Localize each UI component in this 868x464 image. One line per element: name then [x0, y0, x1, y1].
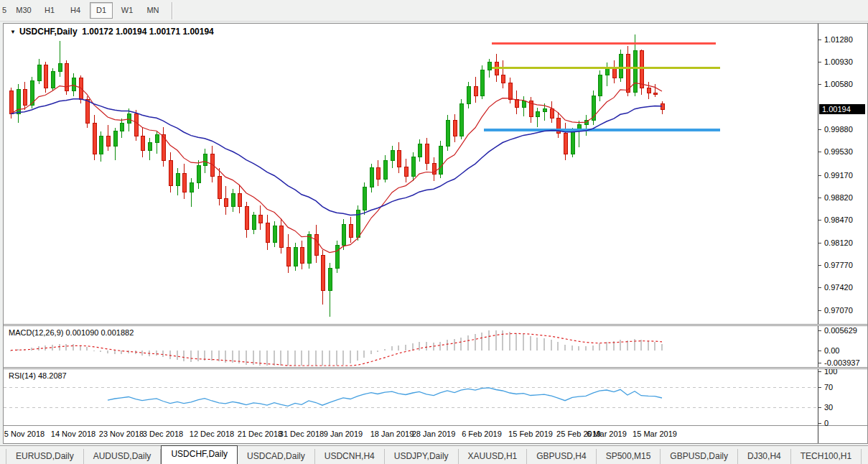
rsi-indicator-label: RSI(14) 48.2087 — [9, 371, 67, 380]
price-axis-label-tick — [818, 84, 821, 85]
date-axis-label: 9 Jan 2019 — [324, 430, 363, 438]
tab-sp500-m15[interactable]: SP500,M15 — [597, 449, 661, 464]
tab-tech100-h1[interactable]: TECH100,H1 — [791, 449, 862, 464]
price-axis-label: 1.00930 — [824, 57, 853, 66]
price-axis-label: 0.99530 — [824, 147, 853, 156]
date-axis[interactable]: 5 Nov 201814 Nov 201823 Nov 20183 Dec 20… — [4, 425, 867, 443]
price-axis-label-tick — [818, 265, 821, 266]
rsi-value: 48.2087 — [38, 371, 67, 380]
tab-xauusd-h1[interactable]: XAUUSD,H1 — [459, 449, 528, 464]
date-axis-label: 15 Mar 2019 — [633, 430, 677, 438]
date-axis-label: 3 Dec 2018 — [143, 430, 183, 438]
timeframe-button-m30[interactable]: M30 — [12, 2, 35, 19]
symbol-dropdown-icon[interactable]: ▼ — [10, 29, 16, 35]
tab-gbpusd-h4[interactable]: GBPUSD,H4 — [527, 449, 596, 464]
timeframe-button-h1[interactable]: H1 — [38, 2, 61, 19]
date-axis-label: 6 Feb 2019 — [462, 430, 502, 438]
timeframe-button-5[interactable]: 5 — [0, 2, 9, 19]
price-axis-label-tick — [818, 175, 821, 176]
price-axis-label-tick — [818, 287, 821, 288]
price-axis-label: 0.97070 — [824, 306, 853, 315]
date-axis-label: 18 Jan 2019 — [370, 430, 414, 438]
tab-usdcnh-h4[interactable]: USDCNH,H4 — [315, 449, 385, 464]
date-axis-label: 14 Nov 2018 — [51, 430, 95, 438]
price-axis-label-tick — [818, 220, 821, 221]
date-axis-label: 21 Dec 2018 — [238, 430, 282, 438]
rsi-axis-label-tick — [818, 371, 821, 372]
macd-axis-label: -0.003937 — [824, 358, 860, 367]
tab-gbpusd-daily[interactable]: GBPUSD,Daily — [661, 449, 738, 464]
price-axis-label: 0.97770 — [824, 261, 853, 269]
panel-divider[interactable] — [4, 367, 867, 369]
price-chart-canvas[interactable] — [4, 24, 818, 324]
chart-ohlc-values: 1.00172 1.00194 1.00171 1.00194 — [82, 27, 214, 37]
price-axis-label-tick — [818, 40, 821, 40]
date-axis-label: 28 Jan 2019 — [412, 430, 456, 438]
price-axis-label: 0.98470 — [824, 215, 853, 224]
price-axis-label: 0.99880 — [824, 125, 853, 134]
price-axis-label-tick — [818, 198, 821, 198]
chart-symbol-label: USDCHF,Daily — [19, 27, 78, 37]
macd-values: 0.001090 0.001882 — [65, 328, 134, 337]
date-axis-label: 12 Dec 2018 — [190, 430, 234, 438]
rsi-chart-canvas[interactable] — [4, 369, 818, 425]
date-axis-label: 6 Mar 2019 — [587, 430, 627, 438]
date-axis-label: 31 Dec 2018 — [279, 430, 324, 438]
price-axis-label-tick — [818, 152, 821, 152]
price-axis-label: 0.98820 — [824, 193, 853, 202]
rsi-axis-label: 70 — [824, 383, 833, 391]
price-axis-label-tick — [818, 310, 821, 311]
price-axis-label: 1.01280 — [824, 35, 853, 44]
price-axis-label: 0.97420 — [824, 283, 853, 292]
rsi-axis-label-tick — [818, 423, 821, 424]
rsi-line — [108, 388, 662, 407]
tab-audusd-daily[interactable]: AUDUSD,Daily — [84, 449, 162, 464]
current-price-tag: 1.00194 — [819, 104, 865, 114]
price-axis[interactable]: 1.012801.009301.005800.998800.995300.991… — [818, 24, 867, 443]
macd-axis-label: 0.005629 — [824, 326, 857, 335]
price-axis-label: 0.98120 — [824, 238, 853, 247]
price-axis-label-tick — [818, 62, 821, 62]
candles-group — [9, 34, 664, 316]
timeframe-button-w1[interactable]: W1 — [116, 2, 139, 19]
tab-dj30-h4[interactable]: DJ30,H4 — [738, 449, 791, 464]
tab-eurusd-daily[interactable]: EURUSD,Daily — [6, 449, 84, 464]
tab-usdchf-daily[interactable]: USDCHF,Daily — [161, 445, 238, 464]
ma-slow-line[interactable] — [11, 99, 662, 215]
rsi-axis-label: 30 — [824, 403, 833, 412]
toolbar-separator — [172, 2, 173, 19]
macd-axis-label: 0.00 — [824, 346, 839, 355]
rsi-axis-label-tick — [818, 407, 821, 408]
chart-title: ▼USDCHF,Daily 1.00172 1.00194 1.00171 1.… — [10, 27, 214, 37]
macd-name: MACD(12,26,9) — [9, 328, 63, 337]
price-axis-label: 1.00580 — [824, 80, 853, 88]
date-axis-label: 23 Nov 2018 — [99, 430, 144, 438]
tab-ukc[interactable]: UKC — [862, 449, 868, 464]
price-axis-label: 0.99170 — [824, 171, 853, 180]
chart-window: ▼USDCHF,Daily 1.00172 1.00194 1.00171 1.… — [3, 23, 868, 444]
rsi-axis-label-tick — [818, 387, 821, 388]
symbol-tabbar: EURUSD,DailyAUDUSD,DailyUSDCHF,DailyUSDC… — [0, 445, 868, 464]
price-axis-label-tick — [818, 129, 821, 130]
date-axis-label: 5 Nov 2018 — [4, 430, 45, 438]
timeframe-button-mn[interactable]: MN — [141, 2, 164, 19]
tab-usdcad-daily[interactable]: USDCAD,Daily — [238, 449, 315, 464]
macd-axis-label-tick — [818, 363, 821, 363]
rsi-axis-label: 0 — [824, 419, 829, 427]
macd-axis-label-tick — [818, 351, 821, 351]
panel-divider[interactable] — [4, 324, 867, 326]
timeframe-toolbar: 5M30H1H4D1W1MN — [0, 0, 868, 22]
date-axis-label: 15 Feb 2019 — [508, 430, 553, 438]
macd-axis-label-tick — [818, 330, 821, 331]
macd-indicator-label: MACD(12,26,9) 0.001090 0.001882 — [9, 328, 134, 337]
price-axis-label-tick — [818, 243, 821, 243]
rsi-name: RSI(14) — [9, 371, 36, 380]
timeframe-button-d1[interactable]: D1 — [90, 2, 113, 19]
tab-usdjpy-daily[interactable]: USDJPY,Daily — [385, 449, 459, 464]
timeframe-button-h4[interactable]: H4 — [64, 2, 87, 19]
